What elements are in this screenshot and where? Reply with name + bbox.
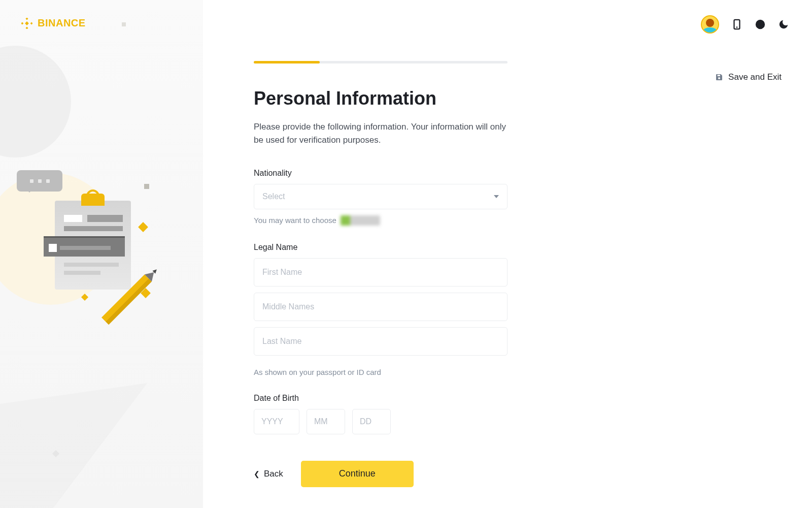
first-name-input[interactable] [254,258,507,287]
svg-point-6 [736,26,738,28]
clipboard-graphic [55,201,131,290]
save-exit-label: Save and Exit [728,72,782,82]
dob-month-input[interactable] [307,409,345,434]
globe-icon[interactable] [755,19,766,30]
nationality-select[interactable]: Select [254,184,507,209]
speech-bubble-graphic [17,170,62,192]
svg-rect-2 [21,22,23,24]
page-title: Personal Information [254,88,507,109]
nationality-placeholder: Select [262,192,285,201]
chevron-left-icon: ❮ [254,470,260,478]
brand-name: BINANCE [38,17,86,29]
nationality-label: Nationality [254,169,507,178]
svg-rect-1 [25,26,28,28]
suggested-country-redacted[interactable] [341,215,380,226]
svg-rect-3 [30,22,32,24]
middle-names-input[interactable] [254,293,507,321]
user-avatar[interactable] [701,15,719,34]
last-name-input[interactable] [254,327,507,356]
continue-button[interactable]: Continue [301,461,414,487]
back-button[interactable]: ❮ Back [254,469,283,479]
legal-name-hint: As shown on your passport or ID card [254,368,381,376]
dob-year-input[interactable] [254,409,299,434]
svg-rect-0 [25,18,28,20]
brand-logo[interactable]: BINANCE [21,17,86,29]
nationality-hint: You may want to choose [254,216,336,225]
save-and-exit-button[interactable]: Save and Exit [715,72,782,82]
dark-mode-icon[interactable] [778,19,789,30]
back-label: Back [264,469,283,479]
mobile-icon[interactable] [731,19,742,30]
page-subtitle: Please provide the following information… [254,120,507,147]
chevron-down-icon [494,195,499,198]
svg-rect-4 [25,21,29,25]
legal-name-label: Legal Name [254,243,507,252]
progress-bar [254,61,507,64]
sidebar-illustration: BINANCE [0,0,203,508]
dob-label: Date of Birth [254,394,507,403]
dob-day-input[interactable] [352,409,391,434]
binance-icon [21,18,32,29]
